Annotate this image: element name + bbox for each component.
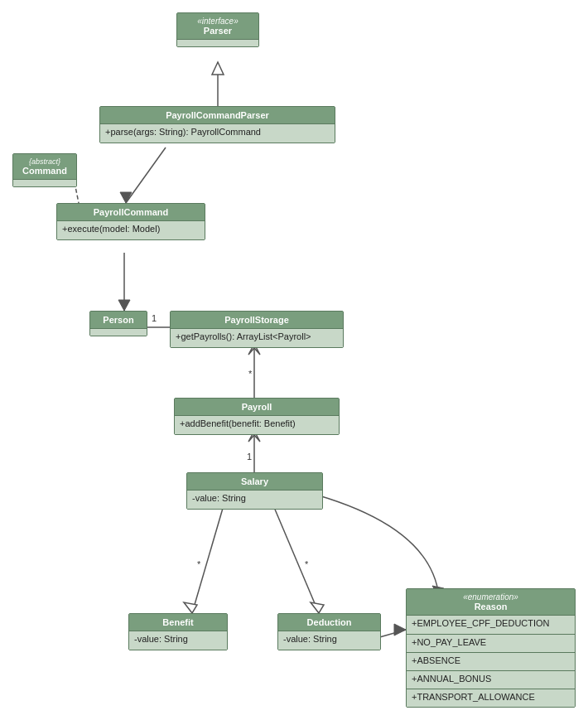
payroll-command-parser-method: +parse(args: String): PayrollCommand [100, 124, 335, 143]
benefit-title: Benefit [129, 614, 227, 631]
svg-marker-7 [118, 300, 130, 311]
payroll-storage-class: PayrollStorage +getPayrolls(): ArrayList… [170, 311, 344, 348]
reason-method-1: +NO_PAY_LEAVE [407, 634, 575, 652]
payroll-command-parser-title: PayrollCommandParser [100, 107, 335, 124]
svg-marker-1 [212, 62, 224, 75]
diagram-container: 1 * 1 * * «interface» Parser {abstract} … [0, 0, 588, 725]
svg-marker-14 [184, 602, 197, 613]
svg-marker-16 [311, 602, 324, 613]
parser-class: «interface» Parser [176, 12, 259, 47]
payroll-class: Payroll +addBenefit(benefit: Benefit) [174, 398, 340, 435]
svg-line-4 [126, 147, 166, 203]
payroll-method: +addBenefit(benefit: Benefit) [175, 416, 339, 434]
multiplicity-star1-label: * [248, 369, 253, 379]
payroll-command-title: PayrollCommand [57, 204, 205, 221]
multiplicity-1-label: 1 [152, 313, 157, 323]
multiplicity-1b-label: 1 [247, 452, 252, 462]
multiplicity-star2-label: * [197, 559, 201, 569]
salary-title: Salary [187, 473, 322, 491]
person-title: Person [90, 312, 147, 329]
reason-method-4: +TRANSPORT_ALLOWANCE [407, 689, 575, 707]
svg-marker-18 [394, 624, 406, 636]
svg-line-15 [273, 505, 319, 613]
command-title: {abstract} Command [13, 154, 76, 180]
benefit-class: Benefit -value: String [128, 613, 228, 650]
payroll-command-parser-class: PayrollCommandParser +parse(args: String… [99, 106, 335, 143]
reason-method-2: +ABSENCE [407, 652, 575, 670]
reason-title: «enumeration» Reason [407, 589, 575, 616]
deduction-title: Deduction [278, 614, 380, 631]
parser-title: «interface» Parser [177, 13, 258, 40]
command-class: {abstract} Command [12, 153, 77, 187]
reason-class: «enumeration» Reason +EMPLOYEE_CPF_DEDUC… [406, 588, 576, 708]
deduction-method: -value: String [278, 631, 380, 650]
deduction-class: Deduction -value: String [277, 613, 381, 650]
salary-class: Salary -value: String [186, 472, 323, 510]
reason-method-0: +EMPLOYEE_CPF_DEDUCTION [407, 616, 575, 634]
payroll-command-method: +execute(model: Model) [57, 221, 205, 239]
person-class: Person [89, 311, 147, 336]
payroll-storage-title: PayrollStorage [171, 312, 343, 329]
multiplicity-star3-label: * [305, 559, 309, 569]
reason-method-3: +ANNUAL_BONUS [407, 670, 575, 689]
payroll-title: Payroll [175, 399, 339, 416]
payroll-storage-method: +getPayrolls(): ArrayList<Payroll> [171, 329, 343, 347]
salary-method: -value: String [187, 491, 322, 509]
benefit-method: -value: String [129, 631, 227, 650]
payroll-command-class: PayrollCommand +execute(model: Model) [56, 203, 205, 240]
